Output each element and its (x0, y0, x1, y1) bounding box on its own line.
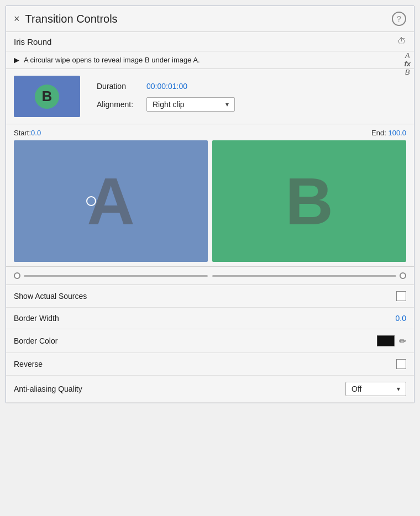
title-bar: × Transition Controls ? (6, 6, 414, 32)
start-slider-track[interactable] (24, 275, 208, 277)
border-color-label: Border Color (14, 336, 57, 345)
dropdown-arrow-icon: ▾ (225, 101, 229, 108)
panel-title: Transition Controls (25, 13, 118, 25)
anti-aliasing-label: Anti-aliasing Quality (14, 385, 82, 393)
description-text: A circular wipe opens to reveal image B … (24, 56, 406, 64)
preview-section: Start:0.0 End: 100.0 A B (6, 124, 414, 267)
end-label: End: 100.0 (371, 129, 406, 137)
effect-row: Iris Round ⏱ (6, 32, 414, 51)
reverse-label: Reverse (14, 360, 43, 368)
timer-icon[interactable]: ⏱ (397, 36, 406, 46)
end-slider-handle[interactable] (400, 272, 406, 279)
transition-preview-thumbnail: B (14, 76, 80, 117)
end-value: 100.0 (388, 129, 406, 137)
preview-b-letter: B (285, 163, 333, 239)
preview-labels: Start:0.0 End: 100.0 (14, 129, 406, 137)
help-button[interactable]: ? (392, 12, 406, 26)
duration-label: Duration (97, 82, 141, 91)
border-width-label: Border Width (14, 314, 59, 323)
show-actual-sources-checkbox[interactable] (396, 291, 406, 301)
alignment-row: Alignment: Right clip ▾ (97, 97, 406, 112)
effect-name: Iris Round (14, 37, 51, 46)
previews: A B (14, 140, 406, 262)
alignment-dropdown[interactable]: Right clip ▾ (146, 97, 235, 112)
anti-aliasing-value: Off (351, 385, 361, 393)
border-color-controls: ✏ (377, 335, 406, 346)
start-label: Start:0.0 (14, 129, 41, 137)
reverse-row: Reverse (6, 353, 414, 376)
title-left: × Transition Controls (14, 13, 118, 25)
duration-row: Duration 00:00:01:00 (97, 82, 406, 91)
side-labels: A fx B (404, 51, 411, 69)
reverse-checkbox[interactable] (396, 359, 406, 369)
end-slider[interactable] (212, 272, 406, 279)
preview-b[interactable]: B (212, 140, 406, 262)
transition-controls-panel: × Transition Controls ? Iris Round ⏱ ▶ A… (6, 6, 414, 403)
duration-value[interactable]: 00:00:01:00 (146, 82, 187, 91)
controls-area: B Duration 00:00:01:00 Alignment: Right … (6, 69, 414, 124)
eyedropper-icon[interactable]: ✏ (399, 336, 406, 346)
border-width-row: Border Width 0.0 (6, 308, 414, 329)
border-color-swatch[interactable] (377, 335, 395, 346)
show-actual-sources-row: Show Actual Sources (6, 285, 414, 308)
b-preview-circle: B (35, 85, 59, 109)
anti-aliasing-dropdown[interactable]: Off ▾ (345, 382, 406, 396)
settings-section: Show Actual Sources Border Width 0.0 Bor… (6, 285, 414, 403)
sliders-row (6, 267, 414, 285)
start-slider[interactable] (14, 272, 208, 279)
alignment-value: Right clip (153, 100, 185, 109)
anti-aliasing-row: Anti-aliasing Quality Off ▾ (6, 376, 414, 403)
close-button[interactable]: × (14, 13, 20, 25)
label-a: A (405, 51, 410, 60)
border-color-row: Border Color ✏ (6, 329, 414, 353)
border-width-value[interactable]: 0.0 (396, 314, 406, 323)
label-fx[interactable]: fx (404, 60, 411, 68)
show-actual-sources-label: Show Actual Sources (14, 292, 87, 301)
aa-dropdown-arrow-icon: ▾ (397, 385, 400, 393)
start-slider-handle[interactable] (14, 272, 20, 279)
controls-right: Duration 00:00:01:00 Alignment: Right cl… (97, 76, 406, 117)
description-row: ▶ A circular wipe opens to reveal image … (6, 51, 414, 69)
start-value: 0.0 (31, 129, 41, 137)
transition-handle[interactable] (86, 196, 96, 206)
alignment-label: Alignment: (97, 100, 141, 109)
play-button[interactable]: ▶ (14, 56, 19, 64)
preview-a[interactable]: A (14, 140, 208, 262)
end-slider-track[interactable] (212, 275, 396, 277)
